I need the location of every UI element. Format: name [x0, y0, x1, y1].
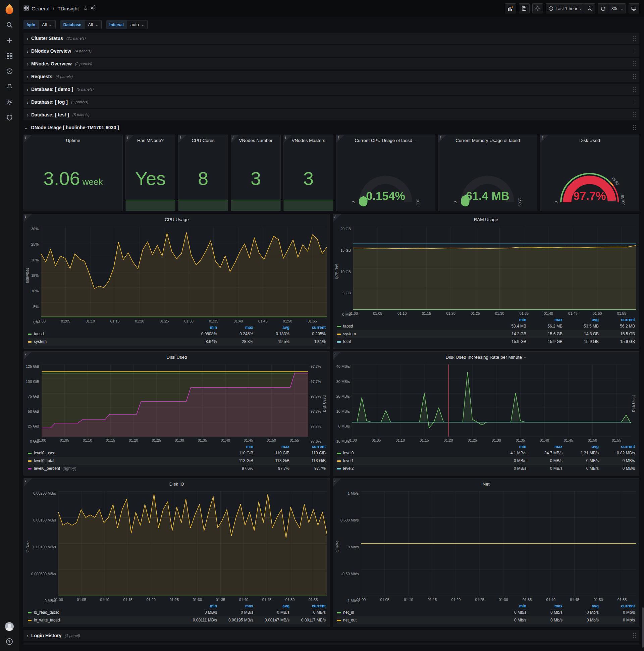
- legend-header-max[interactable]: max: [526, 317, 562, 322]
- page-title[interactable]: TDinsight: [58, 6, 79, 11]
- time-range-picker[interactable]: Last 1 hour ⌄: [546, 3, 584, 13]
- variable-value-dropdown[interactable]: All⌄: [38, 20, 56, 29]
- legend-series-net_in[interactable]: net_in: [337, 609, 490, 616]
- scrollbar-thumb[interactable]: [642, 608, 644, 648]
- panel-title[interactable]: Disk Used: [24, 352, 330, 363]
- row-drag-handle[interactable]: [633, 124, 637, 130]
- plot-canvas[interactable]: [353, 227, 636, 310]
- legend-header-min[interactable]: min: [490, 603, 526, 609]
- row-drag-handle[interactable]: [633, 86, 637, 92]
- search-icon[interactable]: [6, 22, 13, 28]
- legend-header-min[interactable]: min: [217, 444, 253, 449]
- row-drag-handle[interactable]: [633, 73, 637, 80]
- legend-series-net_out[interactable]: net_out: [337, 616, 490, 624]
- legend-header-max[interactable]: max: [217, 603, 253, 609]
- server-admin-shield-icon[interactable]: [6, 114, 13, 121]
- legend-header-max[interactable]: max: [526, 444, 562, 449]
- legend-series-taosd[interactable]: taosd: [337, 322, 490, 330]
- user-avatar[interactable]: [5, 622, 14, 631]
- legend-header-avg[interactable]: avg: [253, 603, 289, 609]
- row-mnodes-overview[interactable]: ›MNodes Overview(2 panels): [24, 58, 639, 69]
- legend-series-level0_total[interactable]: level0_total: [28, 457, 217, 465]
- legend-header-min[interactable]: min: [490, 317, 526, 322]
- legend-series-total[interactable]: total: [337, 338, 490, 346]
- help-icon[interactable]: ?: [6, 638, 13, 645]
- panel-title[interactable]: Uptime: [24, 135, 122, 146]
- legend-color-swatch[interactable]: [337, 612, 341, 613]
- refresh-button[interactable]: [598, 3, 609, 13]
- alerting-bell-icon[interactable]: [6, 83, 13, 90]
- row-login-history[interactable]: › Login History (1 panel): [24, 630, 639, 641]
- star-icon[interactable]: ☆: [83, 5, 88, 12]
- legend-series-io_write_taosd[interactable]: io_write_taosd: [28, 616, 181, 624]
- row-dnodes-overview[interactable]: ›DNodes Overview(4 panels): [24, 45, 639, 57]
- row-drag-handle[interactable]: [633, 35, 637, 41]
- save-dashboard-button[interactable]: [519, 3, 529, 13]
- legend-series-level1[interactable]: level1: [337, 457, 490, 465]
- share-icon[interactable]: [91, 5, 96, 11]
- panel-info-icon[interactable]: i: [333, 352, 341, 360]
- legend-color-swatch[interactable]: [28, 453, 32, 454]
- panel-info-icon[interactable]: i: [126, 135, 134, 143]
- panel-title[interactable]: CPU Usage: [24, 214, 330, 225]
- panel-title[interactable]: RAM Usage: [333, 214, 639, 225]
- legend-header-current[interactable]: current: [599, 603, 635, 609]
- panel-info-icon[interactable]: i: [284, 135, 292, 143]
- legend-header-min[interactable]: min: [181, 325, 217, 330]
- legend-color-swatch[interactable]: [337, 460, 341, 462]
- legend-color-swatch[interactable]: [28, 460, 32, 462]
- panel-title[interactable]: Disk Used Increasing Rate per Minute⌄: [333, 352, 639, 363]
- panel-title[interactable]: Current CPU Usage of taosd⌄: [336, 135, 435, 146]
- legend-header-avg[interactable]: avg: [562, 444, 599, 449]
- panel-info-icon[interactable]: i: [336, 135, 345, 143]
- variable-label[interactable]: fqdn: [24, 20, 38, 29]
- legend-header-avg[interactable]: avg: [562, 603, 599, 609]
- legend-header-current[interactable]: current: [599, 317, 635, 322]
- variable-label[interactable]: Interval: [106, 20, 127, 29]
- legend-series-io_read_taosd[interactable]: io_read_taosd: [28, 609, 181, 616]
- legend-series-level0_used[interactable]: level0_used: [28, 449, 217, 457]
- plot-canvas[interactable]: [58, 491, 327, 596]
- panel-title[interactable]: Net: [333, 478, 639, 489]
- dashboards-icon[interactable]: [6, 52, 13, 59]
- legend-color-swatch[interactable]: [28, 468, 32, 469]
- panel-info-icon[interactable]: i: [439, 135, 446, 143]
- panel-title[interactable]: Current Memory Usage of taosd: [439, 135, 537, 146]
- legend-header-min[interactable]: min: [181, 603, 217, 609]
- legend-color-swatch[interactable]: [337, 620, 341, 621]
- row-drag-handle[interactable]: [633, 112, 637, 118]
- legend-header-max[interactable]: max: [217, 325, 253, 330]
- legend-color-swatch[interactable]: [337, 468, 341, 469]
- legend-series-level0[interactable]: level0: [337, 449, 490, 457]
- row-dnode-usage[interactable]: ⌄ DNode Usage [ huolinhe-TM1701:6030 ]: [24, 122, 639, 133]
- row-database-test[interactable]: ›Database: [ test ](5 panels): [24, 109, 639, 121]
- panel-title[interactable]: Disk IO: [24, 478, 330, 489]
- row-drag-handle[interactable]: [633, 48, 637, 54]
- plot-canvas[interactable]: [41, 227, 327, 317]
- variable-value-dropdown[interactable]: auto⌄: [127, 20, 148, 29]
- legend-color-swatch[interactable]: [337, 326, 341, 327]
- zoom-out-time-button[interactable]: [585, 3, 595, 13]
- legend-header-max[interactable]: max: [526, 603, 562, 609]
- legend-header-avg[interactable]: avg: [562, 317, 599, 322]
- legend-series-level0_percent[interactable]: level0_percent (right-y): [28, 465, 217, 472]
- legend-header-current[interactable]: current: [599, 444, 635, 449]
- panel-info-icon[interactable]: i: [231, 135, 239, 143]
- create-plus-icon[interactable]: [6, 37, 13, 43]
- panel-info-icon[interactable]: i: [24, 352, 32, 360]
- legend-header-current[interactable]: current: [289, 325, 326, 330]
- plot-canvas[interactable]: [41, 365, 308, 437]
- legend-header-min[interactable]: min: [490, 444, 526, 449]
- legend-series-level2[interactable]: level2: [337, 465, 490, 472]
- cycle-view-mode-button[interactable]: [629, 3, 639, 13]
- legend-header-avg[interactable]: avg: [253, 325, 289, 330]
- row-requests[interactable]: ›Requests(4 panels): [24, 71, 639, 82]
- legend-header-current[interactable]: current: [289, 444, 326, 449]
- legend-series-system[interactable]: system: [337, 330, 490, 338]
- explore-compass-icon[interactable]: [6, 68, 13, 74]
- panel-info-icon[interactable]: i: [24, 214, 32, 222]
- legend-color-swatch[interactable]: [28, 341, 32, 343]
- panel-info-icon[interactable]: i: [179, 135, 187, 143]
- variable-value-dropdown[interactable]: All⌄: [84, 20, 102, 29]
- row-drag-handle[interactable]: [633, 99, 637, 105]
